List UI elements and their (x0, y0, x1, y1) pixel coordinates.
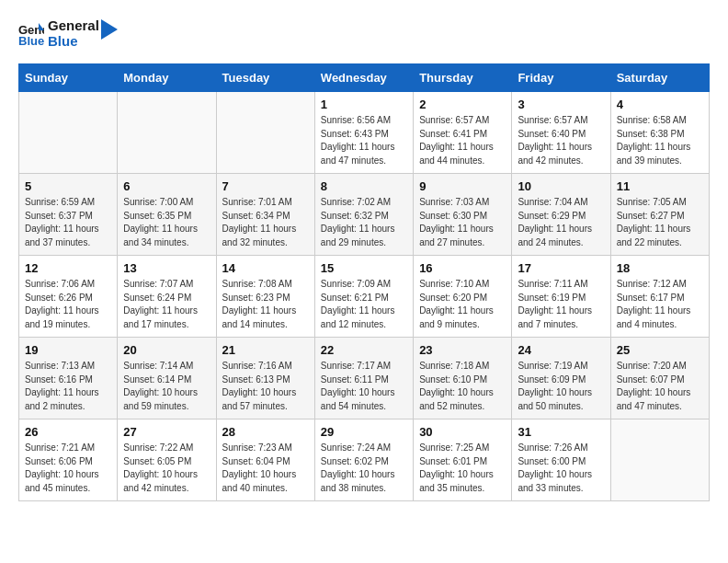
day-info: Sunrise: 7:25 AM Sunset: 6:01 PM Dayligh… (419, 442, 506, 495)
calendar-table: SundayMondayTuesdayWednesdayThursdayFrid… (18, 63, 710, 501)
logo-general: General (48, 18, 99, 34)
day-number: 17 (518, 261, 604, 275)
day-info: Sunrise: 7:03 AM Sunset: 6:30 PM Dayligh… (419, 196, 506, 249)
day-info: Sunrise: 7:22 AM Sunset: 6:05 PM Dayligh… (123, 442, 210, 495)
day-number: 26 (25, 425, 111, 439)
day-number: 11 (617, 179, 703, 193)
day-number: 24 (518, 343, 604, 357)
calendar-cell: 9Sunrise: 7:03 AM Sunset: 6:30 PM Daylig… (414, 174, 512, 256)
logo-blue: Blue (48, 34, 99, 50)
day-number: 28 (222, 425, 309, 439)
day-number: 14 (222, 261, 309, 275)
day-info: Sunrise: 7:26 AM Sunset: 6:00 PM Dayligh… (518, 442, 604, 495)
calendar-cell: 27Sunrise: 7:22 AM Sunset: 6:05 PM Dayli… (118, 419, 216, 501)
day-info: Sunrise: 6:59 AM Sunset: 6:37 PM Dayligh… (25, 196, 111, 249)
calendar-cell: 14Sunrise: 7:08 AM Sunset: 6:23 PM Dayli… (216, 256, 314, 338)
day-info: Sunrise: 7:23 AM Sunset: 6:04 PM Dayligh… (222, 442, 309, 495)
day-number: 4 (617, 98, 703, 111)
day-number: 30 (419, 425, 506, 439)
day-number: 15 (321, 261, 407, 275)
calendar-cell: 1Sunrise: 6:56 AM Sunset: 6:43 PM Daylig… (314, 92, 413, 174)
calendar-cell: 7Sunrise: 7:01 AM Sunset: 6:34 PM Daylig… (216, 174, 314, 256)
day-info: Sunrise: 6:57 AM Sunset: 6:41 PM Dayligh… (419, 114, 506, 167)
day-number: 9 (419, 179, 506, 193)
calendar-cell: 5Sunrise: 6:59 AM Sunset: 6:37 PM Daylig… (19, 174, 118, 256)
day-number: 19 (25, 343, 111, 357)
calendar-cell: 11Sunrise: 7:05 AM Sunset: 6:27 PM Dayli… (610, 174, 709, 256)
day-info: Sunrise: 7:13 AM Sunset: 6:16 PM Dayligh… (25, 360, 111, 413)
calendar-week-4: 19Sunrise: 7:13 AM Sunset: 6:16 PM Dayli… (19, 338, 710, 419)
day-info: Sunrise: 7:20 AM Sunset: 6:07 PM Dayligh… (617, 360, 703, 413)
day-number: 23 (419, 343, 506, 357)
day-info: Sunrise: 7:07 AM Sunset: 6:24 PM Dayligh… (123, 278, 210, 331)
calendar-cell (118, 92, 216, 174)
day-number: 5 (25, 179, 111, 193)
weekday-header-wednesday: Wednesday (314, 64, 413, 92)
calendar-cell: 23Sunrise: 7:18 AM Sunset: 6:10 PM Dayli… (414, 338, 512, 419)
calendar-cell: 29Sunrise: 7:24 AM Sunset: 6:02 PM Dayli… (314, 419, 413, 501)
calendar-cell: 6Sunrise: 7:00 AM Sunset: 6:35 PM Daylig… (118, 174, 216, 256)
day-info: Sunrise: 7:06 AM Sunset: 6:26 PM Dayligh… (25, 278, 111, 331)
calendar-cell: 22Sunrise: 7:17 AM Sunset: 6:11 PM Dayli… (314, 338, 413, 419)
day-info: Sunrise: 7:24 AM Sunset: 6:02 PM Dayligh… (321, 442, 407, 495)
day-number: 27 (123, 425, 210, 439)
logo-chevron (101, 19, 118, 40)
calendar-cell (19, 92, 118, 174)
calendar-cell: 3Sunrise: 6:57 AM Sunset: 6:40 PM Daylig… (512, 92, 610, 174)
calendar-week-2: 5Sunrise: 6:59 AM Sunset: 6:37 PM Daylig… (19, 174, 710, 256)
day-info: Sunrise: 6:57 AM Sunset: 6:40 PM Dayligh… (518, 114, 604, 167)
day-number: 2 (419, 98, 506, 111)
day-number: 31 (518, 425, 604, 439)
calendar-cell: 18Sunrise: 7:12 AM Sunset: 6:17 PM Dayli… (610, 256, 709, 338)
day-info: Sunrise: 7:04 AM Sunset: 6:29 PM Dayligh… (518, 196, 604, 249)
day-info: Sunrise: 7:19 AM Sunset: 6:09 PM Dayligh… (518, 360, 604, 413)
calendar-week-1: 1Sunrise: 6:56 AM Sunset: 6:43 PM Daylig… (19, 92, 710, 174)
calendar-cell (216, 92, 314, 174)
calendar-week-5: 26Sunrise: 7:21 AM Sunset: 6:06 PM Dayli… (19, 419, 710, 501)
day-info: Sunrise: 7:14 AM Sunset: 6:14 PM Dayligh… (123, 360, 210, 413)
day-number: 18 (617, 261, 703, 275)
day-info: Sunrise: 6:58 AM Sunset: 6:38 PM Dayligh… (617, 114, 703, 167)
day-number: 10 (518, 179, 604, 193)
calendar-cell: 10Sunrise: 7:04 AM Sunset: 6:29 PM Dayli… (512, 174, 610, 256)
svg-text:Blue: Blue (18, 34, 44, 47)
calendar-cell: 4Sunrise: 6:58 AM Sunset: 6:38 PM Daylig… (610, 92, 709, 174)
calendar-cell: 8Sunrise: 7:02 AM Sunset: 6:32 PM Daylig… (314, 174, 413, 256)
calendar-cell (610, 419, 709, 501)
day-info: Sunrise: 7:11 AM Sunset: 6:19 PM Dayligh… (518, 278, 604, 331)
svg-marker-3 (101, 19, 118, 40)
day-info: Sunrise: 7:18 AM Sunset: 6:10 PM Dayligh… (419, 360, 506, 413)
day-info: Sunrise: 7:02 AM Sunset: 6:32 PM Dayligh… (321, 196, 407, 249)
day-info: Sunrise: 7:17 AM Sunset: 6:11 PM Dayligh… (321, 360, 407, 413)
calendar-cell: 26Sunrise: 7:21 AM Sunset: 6:06 PM Dayli… (19, 419, 118, 501)
calendar-cell: 15Sunrise: 7:09 AM Sunset: 6:21 PM Dayli… (314, 256, 413, 338)
day-info: Sunrise: 7:21 AM Sunset: 6:06 PM Dayligh… (25, 442, 111, 495)
day-info: Sunrise: 6:56 AM Sunset: 6:43 PM Dayligh… (321, 114, 407, 167)
day-info: Sunrise: 7:00 AM Sunset: 6:35 PM Dayligh… (123, 196, 210, 249)
calendar-cell: 21Sunrise: 7:16 AM Sunset: 6:13 PM Dayli… (216, 338, 314, 419)
day-number: 29 (321, 425, 407, 439)
calendar-cell: 30Sunrise: 7:25 AM Sunset: 6:01 PM Dayli… (414, 419, 512, 501)
page-header: General Blue General Blue (18, 18, 710, 49)
calendar-cell: 25Sunrise: 7:20 AM Sunset: 6:07 PM Dayli… (610, 338, 709, 419)
calendar-week-3: 12Sunrise: 7:06 AM Sunset: 6:26 PM Dayli… (19, 256, 710, 338)
day-info: Sunrise: 7:16 AM Sunset: 6:13 PM Dayligh… (222, 360, 309, 413)
calendar-cell: 16Sunrise: 7:10 AM Sunset: 6:20 PM Dayli… (414, 256, 512, 338)
calendar-cell: 24Sunrise: 7:19 AM Sunset: 6:09 PM Dayli… (512, 338, 610, 419)
day-info: Sunrise: 7:09 AM Sunset: 6:21 PM Dayligh… (321, 278, 407, 331)
weekday-header-saturday: Saturday (610, 64, 709, 92)
logo-icon: General Blue (18, 21, 44, 47)
calendar-body: 1Sunrise: 6:56 AM Sunset: 6:43 PM Daylig… (19, 92, 710, 501)
calendar-cell: 13Sunrise: 7:07 AM Sunset: 6:24 PM Dayli… (118, 256, 216, 338)
day-number: 6 (123, 179, 210, 193)
calendar-cell: 20Sunrise: 7:14 AM Sunset: 6:14 PM Dayli… (118, 338, 216, 419)
calendar-cell: 12Sunrise: 7:06 AM Sunset: 6:26 PM Dayli… (19, 256, 118, 338)
day-number: 20 (123, 343, 210, 357)
calendar-cell: 17Sunrise: 7:11 AM Sunset: 6:19 PM Dayli… (512, 256, 610, 338)
day-info: Sunrise: 7:08 AM Sunset: 6:23 PM Dayligh… (222, 278, 309, 331)
calendar-cell: 28Sunrise: 7:23 AM Sunset: 6:04 PM Dayli… (216, 419, 314, 501)
weekday-header-thursday: Thursday (414, 64, 512, 92)
day-info: Sunrise: 7:12 AM Sunset: 6:17 PM Dayligh… (617, 278, 703, 331)
calendar-cell: 19Sunrise: 7:13 AM Sunset: 6:16 PM Dayli… (19, 338, 118, 419)
day-number: 12 (25, 261, 111, 275)
